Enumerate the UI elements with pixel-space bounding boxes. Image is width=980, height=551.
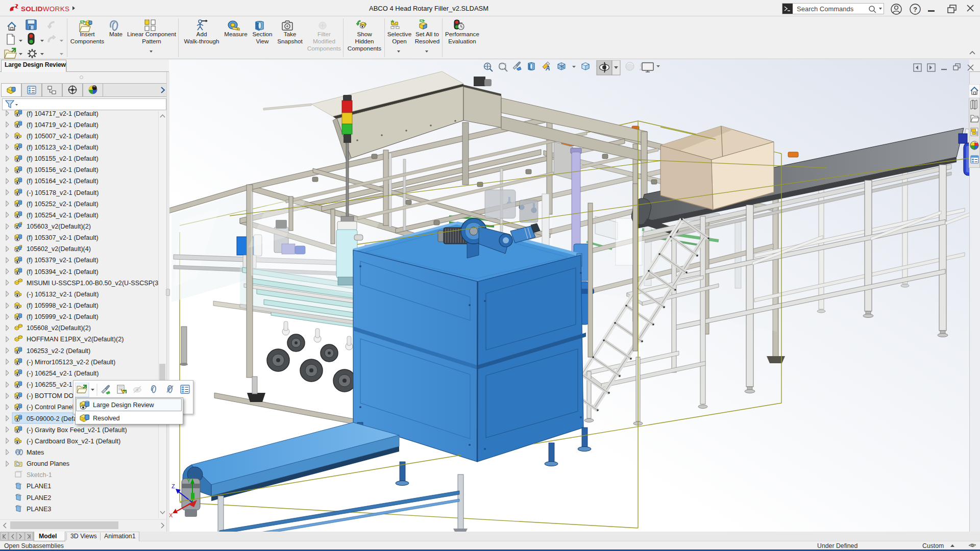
svg-text:PLANE1: PLANE1 <box>27 483 51 490</box>
svg-text:(-) Cardboard Box_v2-1 (Defaul: (-) Cardboard Box_v2-1 (Default) <box>27 438 120 445</box>
svg-text:Resolved: Resolved <box>93 415 120 422</box>
svg-text:(f) 105307_v2-1 (Default): (f) 105307_v2-1 (Default) <box>27 234 99 241</box>
svg-text:(-) 106254_v2-1 (Default): (-) 106254_v2-1 (Default) <box>27 370 99 377</box>
svg-text:?: ? <box>913 6 917 13</box>
svg-text:(f) 105254_v2-1 (Default): (f) 105254_v2-1 (Default) <box>27 212 99 219</box>
svg-text:(f) 105998_v2-1 (Default): (f) 105998_v2-1 (Default) <box>27 302 99 309</box>
svg-text:(-) 105132_v2-1 (Default): (-) 105132_v2-1 (Default) <box>27 291 99 298</box>
svg-text:(f) 105252_v2-1 (Default): (f) 105252_v2-1 (Default) <box>27 201 99 208</box>
svg-text:(-) 105178_v2-1 (Default): (-) 105178_v2-1 (Default) <box>27 189 99 196</box>
svg-text:(f) 105394_v2-1 (Default): (f) 105394_v2-1 (Default) <box>27 268 99 276</box>
svg-text:(-) Control Panel_: (-) Control Panel_ <box>27 404 78 411</box>
svg-text:(f) 104719_v2-1 (Default): (f) 104719_v2-1 (Default) <box>27 121 99 129</box>
svg-text:105602_v2(Default)(4): 105602_v2(Default)(4) <box>27 245 91 253</box>
svg-text:(f) 105007_v2-1 (Default): (f) 105007_v2-1 (Default) <box>27 133 99 140</box>
svg-text:MISUMI U-SSCSP1.00-B0.50_v2(U-: MISUMI U-SSCSP1.00-B0.50_v2(U-SSCSP(304 … <box>27 280 169 287</box>
svg-text:(f) 105155_v2-1 (Default): (f) 105155_v2-1 (Default) <box>27 155 99 162</box>
svg-text:(f) 105156_v2-1 (Default): (f) 105156_v2-1 (Default) <box>27 166 99 173</box>
svg-text:05-09000-2 (Defau: 05-09000-2 (Defau <box>27 415 81 422</box>
svg-text:A: A <box>545 65 550 72</box>
svg-text:105603_v2(Default)(2): 105603_v2(Default)(2) <box>27 223 91 230</box>
svg-text:(f) 105123_v2-1 (Default): (f) 105123_v2-1 (Default) <box>27 144 99 151</box>
svg-text:(-) Gravity Box Feed_v2-1 (De: (-) Gravity Box Feed_v2-1 (Default) <box>27 427 127 434</box>
svg-text:105608_v2(Default)(2): 105608_v2(Default)(2) <box>27 324 91 332</box>
svg-text:(f) 105164_v2-1 (Default): (f) 105164_v2-1 (Default) <box>27 178 99 185</box>
svg-text:Sketch-1: Sketch-1 <box>27 471 52 479</box>
svg-text:Mates: Mates <box>27 449 44 456</box>
svg-text:(f) 105999_v2-1 (Default): (f) 105999_v2-1 (Default) <box>27 313 99 320</box>
svg-text:PLANE3: PLANE3 <box>27 506 51 513</box>
svg-text:HOFFMAN E1PBX_v2(Default)(2): HOFFMAN E1PBX_v2(Default)(2) <box>27 336 124 343</box>
svg-text:(-) BOTTOM DOO: (-) BOTTOM DOO <box>27 392 79 399</box>
svg-text:Ground Planes: Ground Planes <box>27 460 69 467</box>
svg-text:Z: Z <box>172 483 175 489</box>
svg-text:PLANE2: PLANE2 <box>27 494 51 502</box>
svg-text:(f) 105379_v2-1 (Default): (f) 105379_v2-1 (Default) <box>27 257 99 264</box>
svg-text:106253_v2-2 (Default): 106253_v2-2 (Default) <box>27 347 90 355</box>
svg-text:SOLIDWORKS: SOLIDWORKS <box>21 5 69 13</box>
svg-text:Large Design Review: Large Design Review <box>93 402 155 409</box>
svg-text:(f) 104717_v2-1 (Default): (f) 104717_v2-1 (Default) <box>27 110 99 117</box>
svg-text:(-) Mirror105123_v2-2 (Default: (-) Mirror105123_v2-2 (Default) <box>27 359 115 366</box>
svg-text:X: X <box>169 512 173 518</box>
svg-text:Y: Y <box>187 478 191 484</box>
